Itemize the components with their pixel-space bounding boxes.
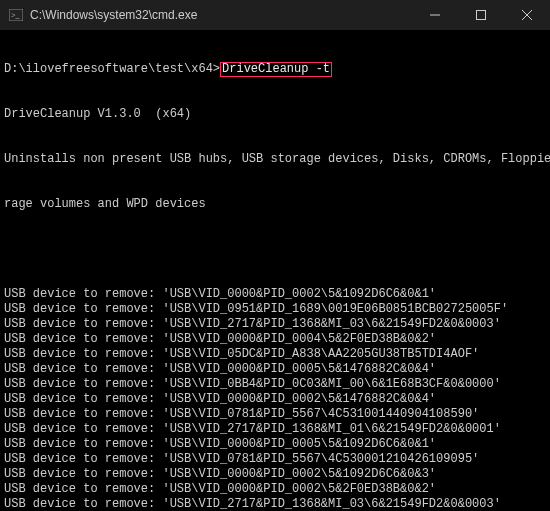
device-line: USB device to remove: 'USB\VID_2717&PID_… xyxy=(4,317,546,332)
terminal-output[interactable]: D:\ilovefreesoftware\test\x64>DriveClean… xyxy=(0,30,550,511)
window-controls xyxy=(412,0,550,30)
cmd-window: >_ C:\Windows\system32\cmd.exe D:\ilovef… xyxy=(0,0,550,511)
blank-line xyxy=(4,242,546,257)
header-line: DriveCleanup V1.3.0 (x64) xyxy=(4,107,546,122)
svg-text:>_: >_ xyxy=(11,11,21,20)
device-line: USB device to remove: 'USB\VID_05DC&PID_… xyxy=(4,347,546,362)
device-line: USB device to remove: 'USB\VID_0000&PID_… xyxy=(4,482,546,497)
window-title: C:\Windows\system32\cmd.exe xyxy=(30,8,412,22)
device-line: USB device to remove: 'USB\VID_0951&PID_… xyxy=(4,302,546,317)
header-line: rage volumes and WPD devices xyxy=(4,197,546,212)
header-line: Uninstalls non present USB hubs, USB sto… xyxy=(4,152,546,167)
device-line: USB device to remove: 'USB\VID_0000&PID_… xyxy=(4,287,546,302)
prompt-line: D:\ilovefreesoftware\test\x64>DriveClean… xyxy=(4,62,546,77)
device-line: USB device to remove: 'USB\VID_0000&PID_… xyxy=(4,332,546,347)
cmd-icon: >_ xyxy=(8,7,24,23)
svg-rect-3 xyxy=(477,11,486,20)
device-line: USB device to remove: 'USB\VID_2717&PID_… xyxy=(4,422,546,437)
maximize-button[interactable] xyxy=(458,0,504,30)
device-line: USB device to remove: 'USB\VID_0000&PID_… xyxy=(4,437,546,452)
device-line: USB device to remove: 'USB\VID_0BB4&PID_… xyxy=(4,377,546,392)
device-line: USB device to remove: 'USB\VID_0781&PID_… xyxy=(4,407,546,422)
close-button[interactable] xyxy=(504,0,550,30)
device-line: USB device to remove: 'USB\VID_0000&PID_… xyxy=(4,467,546,482)
command-text: DriveCleanup -t xyxy=(220,62,332,77)
prompt-path: D:\ilovefreesoftware\test\x64> xyxy=(4,62,220,76)
minimize-button[interactable] xyxy=(412,0,458,30)
titlebar[interactable]: >_ C:\Windows\system32\cmd.exe xyxy=(0,0,550,30)
device-line: USB device to remove: 'USB\VID_2717&PID_… xyxy=(4,497,546,511)
device-line: USB device to remove: 'USB\VID_0000&PID_… xyxy=(4,392,546,407)
device-line: USB device to remove: 'USB\VID_0000&PID_… xyxy=(4,362,546,377)
device-line: USB device to remove: 'USB\VID_0781&PID_… xyxy=(4,452,546,467)
